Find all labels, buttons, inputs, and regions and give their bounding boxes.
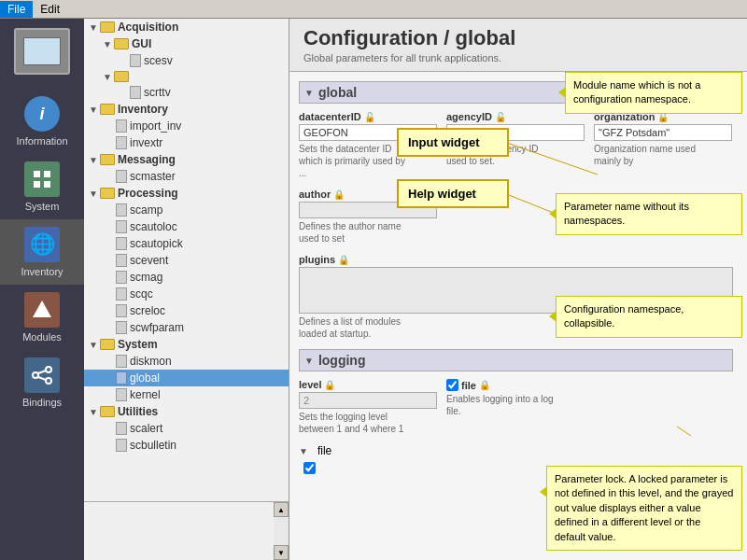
config-content[interactable]: ▼ global datacenterID 🔓 (289, 72, 747, 491)
svg-marker-4 (33, 301, 51, 317)
nav-label-information: Information (16, 135, 67, 147)
expand-arrow: ▼ (89, 22, 98, 33)
param-name-author: author (299, 189, 331, 200)
param-desc-level: Sets the logging level between 1 and 4 w… (299, 411, 411, 435)
tree-item-acquisition[interactable]: ▼ Acquisition (84, 19, 289, 35)
file-checkbox[interactable] (446, 379, 458, 391)
tree-label: scmag (130, 271, 162, 284)
file-section-label: file (317, 444, 331, 457)
tree-item-invextr[interactable]: invextr (84, 134, 289, 151)
file-icon (116, 170, 127, 183)
param-desc-plugins: Defines a list of modules loaded at star… (299, 315, 411, 340)
nav-item-bindings[interactable]: Bindings (0, 350, 84, 415)
param-level: level 🔒 Sets the logging level between 1… (299, 379, 437, 435)
file-section-checkbox[interactable] (303, 462, 316, 474)
content-wrapper: ▼ global datacenterID 🔓 (289, 72, 747, 560)
tree-label: scautopick (130, 237, 183, 250)
tree-item-scautoloc[interactable]: scautoloc (84, 218, 289, 235)
folder-icon (100, 154, 115, 165)
tree-item-scevent[interactable]: scevent (84, 252, 289, 269)
scroll-down-btn[interactable]: ▼ (274, 545, 289, 560)
scroll-up-btn[interactable]: ▲ (274, 502, 289, 517)
tree-item-screloc[interactable]: screloc (84, 302, 289, 319)
file-icon (116, 388, 127, 401)
nav-item-system[interactable]: System (0, 154, 84, 219)
nav-label-modules: Modules (22, 331, 62, 343)
tree-item-kernel[interactable]: kernel (84, 386, 289, 403)
nav-item-modules[interactable]: Modules (0, 285, 84, 350)
folder-icon (100, 21, 115, 33)
tree-label: screloc (130, 304, 165, 317)
param-name-file: file (461, 380, 476, 391)
param-name-agencyid: agencyID (446, 111, 492, 122)
tree-label: import_inv (130, 119, 181, 133)
nav-item-information[interactable]: i Information (0, 89, 84, 154)
tree-item-scamp[interactable]: scamp (84, 202, 289, 218)
tree-item-inventory[interactable]: ▼ Inventory (84, 101, 289, 118)
file-icon (116, 237, 127, 250)
tree-scroll[interactable]: ▼ Acquisition ▼ GUI scesv (84, 19, 289, 501)
menu-edit[interactable]: Edit (33, 1, 67, 18)
file-icon (116, 371, 127, 385)
param-input-level[interactable] (299, 392, 437, 409)
svg-point-6 (46, 367, 51, 372)
nav-item-inventory[interactable]: 🌐 Inventory (0, 219, 84, 285)
scroll-track[interactable] (274, 517, 289, 545)
lock-icon-level: 🔒 (324, 380, 335, 390)
page-title: Configuration / global (303, 26, 733, 50)
tree-item-import-inv[interactable]: import_inv (84, 118, 289, 134)
tree-label: Acquisition (118, 21, 178, 34)
monitor-icon (14, 28, 70, 75)
param-header-file: file 🔒 (446, 379, 558, 391)
tree-item-scrttv[interactable]: scrttv (84, 84, 289, 101)
svg-line-9 (38, 377, 46, 380)
tree-item-scwfparam[interactable]: scwfparam (84, 319, 289, 336)
information-icon: i (24, 96, 60, 132)
param-name-datacenterid: datacenterID (299, 111, 361, 122)
tooltip-input-widget-text: Input widget (408, 135, 480, 149)
nav-label-bindings: Bindings (22, 397, 62, 408)
param-header: datacenterID 🔓 (299, 111, 437, 122)
svg-rect-2 (34, 181, 40, 188)
tree-label: Messaging (118, 153, 176, 166)
tree-label: scalert (130, 422, 162, 435)
tree-panel: ▼ Acquisition ▼ GUI scesv (84, 19, 289, 560)
tree-item-scqc[interactable]: scqc (84, 286, 289, 302)
tree-label: scamp (130, 203, 162, 217)
page-subtitle: Global parameters for all trunk applicat… (303, 52, 733, 63)
tree-item-sub[interactable]: ▼ (84, 69, 289, 84)
tree-item-scesv[interactable]: scesv (84, 52, 289, 69)
logging-section-header[interactable]: ▼ logging (299, 349, 733, 371)
tree-item-utilities[interactable]: ▼ Utilities (84, 403, 289, 420)
tooltip-input-widget: Input widget (397, 128, 509, 157)
param-input-organization[interactable] (594, 124, 732, 141)
expand-arrow: ▼ (89, 155, 98, 165)
param-desc-author: Defines the author name used to set (299, 220, 411, 245)
tree-item-gui[interactable]: ▼ GUI (84, 35, 289, 52)
tree-item-scmag[interactable]: scmag (84, 269, 289, 286)
section-collapse-arrow[interactable]: ▼ (304, 88, 314, 98)
lock-icon-plugins: 🔒 (338, 255, 349, 265)
nav-label-system: System (25, 201, 60, 212)
logging-collapse-arrow[interactable]: ▼ (304, 356, 314, 366)
file-icon (116, 203, 127, 217)
tree-item-messaging[interactable]: ▼ Messaging (84, 151, 289, 168)
tree-item-scautopick[interactable]: scautopick (84, 235, 289, 252)
param-organization: organization 🔓 Organization name used ma… (594, 111, 732, 179)
tree-scrollbar[interactable]: ▲ ▼ (274, 502, 289, 560)
file-icon (130, 54, 141, 67)
tree-item-diskmon[interactable]: diskmon (84, 353, 289, 370)
tooltip-config-namespace: Configuration namespace, collapsible. (556, 296, 742, 338)
tree-item-scmaster[interactable]: scmaster (84, 168, 289, 185)
tree-item-system[interactable]: ▼ System (84, 336, 289, 353)
nav-label-inventory: Inventory (21, 266, 63, 277)
svg-rect-0 (34, 171, 40, 177)
tree-item-global[interactable]: global (84, 370, 289, 386)
tree-item-processing[interactable]: ▼ Processing (84, 185, 289, 202)
tree-item-scalert[interactable]: scalert (84, 420, 289, 437)
menu-file[interactable]: File (0, 1, 33, 18)
balloon-arrow (549, 311, 557, 322)
folder-icon (100, 339, 115, 350)
param-file: file 🔒 Enables logging into a log file. (446, 379, 558, 435)
tree-item-scbulletin[interactable]: scbulletin (84, 437, 289, 454)
